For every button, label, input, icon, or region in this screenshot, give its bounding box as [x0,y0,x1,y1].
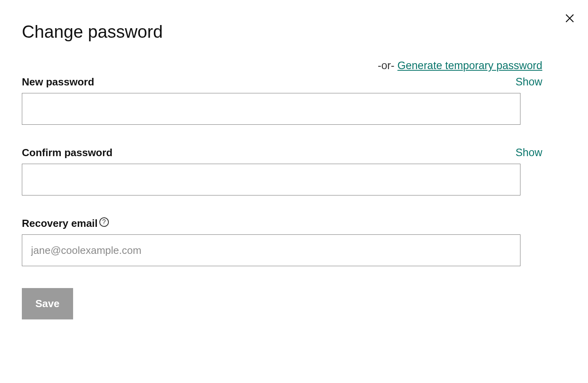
generate-row: -or- Generate temporary password [22,60,566,72]
recovery-email-label: Recovery email ? [22,217,109,230]
new-password-input[interactable] [22,93,520,125]
close-icon [564,13,575,24]
confirm-password-group: Confirm password Show [22,147,566,195]
generate-temp-password-link[interactable]: Generate temporary password [397,60,542,72]
recovery-email-group: Recovery email ? [22,217,566,266]
new-password-show-toggle[interactable]: Show [515,76,542,88]
new-password-group: New password Show [22,76,566,125]
confirm-password-input[interactable] [22,164,520,195]
recovery-email-label-text: Recovery email [22,217,98,230]
or-text: -or- [378,60,398,72]
help-icon[interactable]: ? [99,217,109,227]
save-button[interactable]: Save [22,288,73,319]
new-password-label: New password [22,76,94,88]
page-title: Change password [22,22,566,42]
recovery-email-input[interactable] [22,234,520,266]
confirm-password-label: Confirm password [22,147,112,159]
confirm-password-show-toggle[interactable]: Show [515,147,542,159]
close-button[interactable] [563,11,577,25]
